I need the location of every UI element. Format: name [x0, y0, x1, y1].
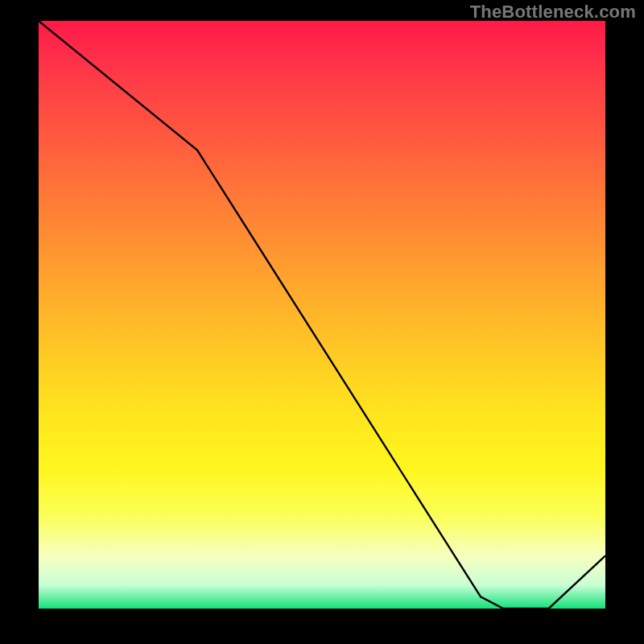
optimum-marker-dots	[492, 604, 548, 609]
bottleneck-curve	[39, 21, 605, 609]
plot-area	[39, 21, 605, 609]
chart-frame: TheBottleneck.com	[0, 0, 644, 644]
watermark-text: TheBottleneck.com	[470, 2, 636, 23]
